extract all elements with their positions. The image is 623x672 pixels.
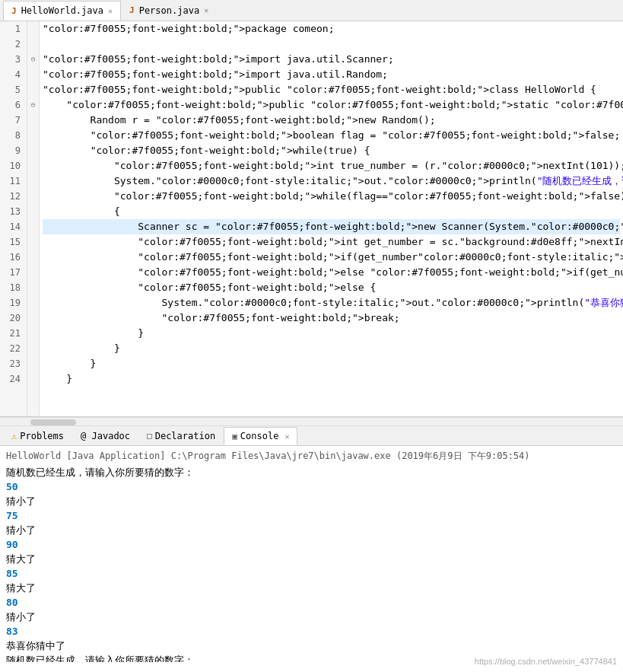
console-line-3: 75 — [6, 508, 617, 523]
tab-person-label: Person.java — [139, 5, 199, 16]
fold-18 — [27, 280, 39, 295]
line-number-24: 24 — [6, 371, 21, 387]
console-close[interactable]: ✕ — [284, 432, 289, 441]
panel-tab-problems[interactable]: ⚠ Problems — [3, 427, 72, 445]
code-line-13: { — [43, 204, 620, 219]
fold-8 — [27, 128, 39, 143]
fold-14 — [27, 219, 39, 234]
code-line-1: "color:#7f0055;font-weight:bold;">packag… — [43, 21, 620, 37]
fold-4 — [27, 67, 39, 82]
console-header: HelloWorld [Java Application] C:\Program… — [6, 449, 617, 463]
editor-area: 123456789101112131415161718192021222324 … — [0, 21, 623, 417]
code-line-3: "color:#7f0055;font-weight:bold;">import… — [43, 52, 620, 67]
line-number-15: 15 — [6, 234, 21, 250]
code-content[interactable]: "color:#7f0055;font-weight:bold;">packag… — [40, 21, 623, 416]
panel-tab-javadoc[interactable]: @ Javadoc — [72, 427, 138, 445]
fold-15 — [27, 234, 39, 250]
code-line-20: "color:#7f0055;font-weight:bold;">break; — [43, 311, 620, 326]
horizontal-scrollbar[interactable] — [0, 417, 623, 426]
fold-23 — [27, 356, 39, 371]
tab-person-close[interactable]: ✕ — [204, 6, 208, 14]
code-line-12: "color:#7f0055;font-weight:bold;">while(… — [43, 189, 620, 204]
scrollbar-thumb[interactable] — [30, 419, 76, 425]
console-icon: ▣ — [232, 432, 237, 441]
declaration-icon: □ — [147, 431, 152, 441]
code-line-6: "color:#7f0055;font-weight:bold;">public… — [43, 97, 620, 113]
fold-19 — [27, 295, 39, 311]
line-numbers: 123456789101112131415161718192021222324 — [0, 21, 27, 416]
fold-21 — [27, 326, 39, 341]
line-number-19: 19 — [6, 295, 21, 311]
line-number-9: 9 — [6, 143, 21, 158]
watermark: https://blog.csdn.net/weixin_43774841 — [475, 657, 617, 666]
fold-16 — [27, 250, 39, 265]
fold-9 — [27, 143, 39, 158]
tab-bar: J HelloWorld.java ✕ J Person.java ✕ — [0, 0, 623, 21]
line-number-22: 22 — [6, 341, 21, 356]
fold-20 — [27, 311, 39, 326]
code-line-15: "color:#7f0055;font-weight:bold;">int ge… — [43, 234, 620, 250]
line-number-6: 6 — [6, 97, 21, 113]
code-line-19: System."color:#0000c0;font-style:italic;… — [43, 295, 620, 311]
line-number-3: 3 — [6, 52, 21, 67]
code-line-23: } — [43, 356, 620, 371]
fold-3[interactable]: ⊖ — [27, 52, 39, 67]
line-number-14: 14 — [6, 219, 21, 234]
code-line-5: "color:#7f0055;font-weight:bold;">public… — [43, 82, 620, 97]
line-number-12: 12 — [6, 189, 21, 204]
code-line-2 — [43, 37, 620, 52]
tab-person-java-icon: J — [129, 5, 135, 15]
panel-tab-console[interactable]: ▣ Console ✕ — [224, 427, 297, 445]
code-line-8: "color:#7f0055;font-weight:bold;">boolea… — [43, 128, 620, 143]
tab-helloworld[interactable]: J HelloWorld.java ✕ — [3, 1, 121, 21]
line-number-16: 16 — [6, 250, 21, 265]
console-line-0: 随机数已经生成，请输入你所要猜的数字： — [6, 465, 617, 479]
console-line-7: 85 — [6, 566, 617, 581]
console-line-6: 猜大了 — [6, 552, 617, 566]
console-line-4: 猜小了 — [6, 523, 617, 537]
code-line-4: "color:#7f0055;font-weight:bold;">import… — [43, 67, 620, 82]
code-line-11: System."color:#0000c0;font-style:italic;… — [43, 174, 620, 189]
fold-gutter: ⊖⊖ — [27, 21, 40, 416]
tab-helloworld-close[interactable]: ✕ — [108, 7, 113, 15]
console-line-8: 猜大了 — [6, 581, 617, 595]
tab-person[interactable]: J Person.java ✕ — [121, 1, 217, 21]
panel-wrapper: ⚠ Problems @ Javadoc □ Declaration ▣ Con… — [0, 426, 623, 662]
code-line-21: } — [43, 326, 620, 341]
console-line-11: 83 — [6, 624, 617, 639]
javadoc-label: @ Javadoc — [81, 431, 130, 441]
line-number-2: 2 — [6, 37, 21, 52]
line-number-13: 13 — [6, 204, 21, 219]
code-line-10: "color:#7f0055;font-weight:bold;">int tr… — [43, 158, 620, 174]
console-line-10: 猜小了 — [6, 610, 617, 624]
declaration-label: Declaration — [155, 431, 215, 441]
line-number-21: 21 — [6, 326, 21, 341]
code-line-16: "color:#7f0055;font-weight:bold;">if(get… — [43, 250, 620, 265]
code-line-17: "color:#7f0055;font-weight:bold;">else "… — [43, 265, 620, 280]
panel-tab-bar: ⚠ Problems @ Javadoc □ Declaration ▣ Con… — [0, 426, 623, 446]
fold-6[interactable]: ⊖ — [27, 97, 39, 113]
console-line-2: 猜小了 — [6, 494, 617, 508]
console-line-9: 80 — [6, 595, 617, 610]
console-area[interactable]: HelloWorld [Java Application] C:\Program… — [0, 446, 623, 662]
line-number-20: 20 — [6, 311, 21, 326]
fold-22 — [27, 341, 39, 356]
code-line-22: } — [43, 341, 620, 356]
fold-17 — [27, 265, 39, 280]
line-number-18: 18 — [6, 280, 21, 295]
line-number-4: 4 — [6, 67, 21, 82]
panel-tab-declaration[interactable]: □ Declaration — [138, 427, 224, 445]
line-number-10: 10 — [6, 158, 21, 174]
fold-7 — [27, 113, 39, 128]
line-number-23: 23 — [6, 356, 21, 371]
code-line-24: } — [43, 371, 620, 387]
line-number-8: 8 — [6, 128, 21, 143]
tab-helloworld-label: HelloWorld.java — [21, 5, 103, 16]
fold-10 — [27, 158, 39, 174]
fold-5 — [27, 82, 39, 97]
line-number-1: 1 — [6, 21, 21, 37]
fold-13 — [27, 204, 39, 219]
line-number-7: 7 — [6, 113, 21, 128]
code-line-18: "color:#7f0055;font-weight:bold;">else { — [43, 280, 620, 295]
fold-1 — [27, 21, 39, 37]
